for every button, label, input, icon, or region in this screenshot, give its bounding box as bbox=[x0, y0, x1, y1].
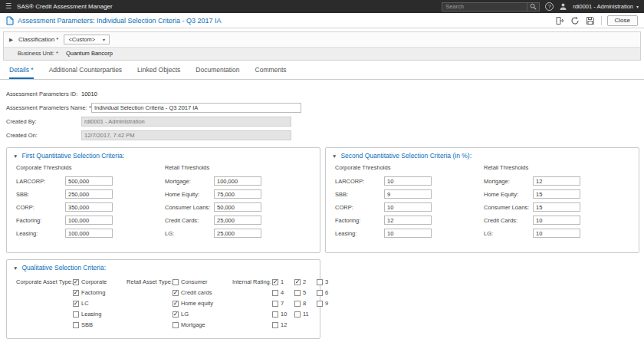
home-equity-percent-input[interactable] bbox=[533, 189, 580, 199]
leasing-threshold-input[interactable] bbox=[65, 229, 113, 238]
lg-percent-input[interactable] bbox=[533, 229, 580, 238]
user-icon[interactable] bbox=[559, 2, 567, 11]
checkbox-rating-10[interactable]: 10 bbox=[272, 311, 291, 318]
checkbox-leasing[interactable]: Leasing bbox=[73, 311, 127, 318]
larcorp-threshold-input[interactable] bbox=[65, 176, 113, 186]
form-row-id: Assessment Parameters ID: 10010 bbox=[6, 88, 639, 99]
top-application-bar: ☰ SAS® Credit Assessment Manager ? rdi00… bbox=[0, 0, 644, 13]
checkbox-rating-9[interactable]: 9 bbox=[317, 300, 336, 307]
classification-label: Classification * bbox=[18, 36, 58, 43]
retail-asset-type-label: Retail Asset Type: bbox=[127, 278, 172, 328]
checkbox-box[interactable] bbox=[272, 279, 278, 285]
checkbox-home-equity[interactable]: Home equity bbox=[172, 300, 232, 307]
credit-cards-percent-input[interactable] bbox=[533, 216, 580, 225]
checkbox-box[interactable] bbox=[172, 322, 179, 328]
checkbox-box[interactable] bbox=[317, 279, 323, 285]
checkbox-lc[interactable]: LC bbox=[73, 300, 127, 307]
checkbox-box[interactable] bbox=[272, 322, 278, 328]
leasing-label: Leasing: bbox=[335, 230, 384, 237]
sbb-threshold-input[interactable] bbox=[65, 189, 113, 199]
checkbox-box[interactable] bbox=[172, 279, 179, 285]
checkbox-label: 10 bbox=[281, 311, 287, 318]
mortgage-percent-input[interactable] bbox=[533, 176, 580, 186]
tab-additional-counterparties[interactable]: Additional Counterparties bbox=[49, 66, 122, 79]
search-input[interactable] bbox=[442, 2, 527, 12]
checkbox-box[interactable] bbox=[73, 311, 79, 318]
field-row: Mortgage: bbox=[165, 176, 314, 186]
checkbox-mortgage[interactable]: Mortgage bbox=[172, 321, 232, 328]
checkbox-rating-2[interactable]: 2 bbox=[294, 278, 314, 285]
qualitative-panel: ▼ Qualitative Selection Criteria: Corpor… bbox=[6, 259, 320, 339]
expand-icon[interactable]: ▶ bbox=[9, 37, 13, 43]
refresh-icon[interactable] bbox=[570, 15, 580, 25]
checkbox-sbb[interactable]: SBB bbox=[73, 321, 127, 328]
checkbox-lg[interactable]: LG bbox=[172, 311, 232, 318]
checkbox-box[interactable] bbox=[73, 279, 79, 285]
quantitative-panels-row: ▼ First Quantitative Selection Criteria:… bbox=[6, 147, 639, 253]
business-unit-label: Business Unit: * bbox=[18, 50, 58, 57]
export-icon[interactable] bbox=[555, 15, 565, 25]
checkbox-box[interactable] bbox=[294, 311, 301, 318]
tab-details[interactable]: Details * bbox=[9, 66, 34, 79]
factoring-percent-input[interactable] bbox=[384, 216, 432, 225]
checkbox-box[interactable] bbox=[272, 301, 278, 307]
checkbox-box[interactable] bbox=[317, 301, 323, 307]
leasing-percent-input[interactable] bbox=[384, 229, 432, 238]
checkbox-box[interactable] bbox=[73, 290, 79, 296]
checkbox-box[interactable] bbox=[73, 301, 79, 307]
checkbox-credit-cards[interactable]: Credit cards bbox=[172, 289, 232, 296]
search-icon[interactable] bbox=[527, 2, 540, 12]
consumer-loans-percent-input[interactable] bbox=[533, 202, 580, 212]
checkbox-box[interactable] bbox=[172, 290, 179, 296]
classification-panel: ▶ Classification * <Custom> ▾ Business U… bbox=[3, 31, 641, 61]
factoring-threshold-input[interactable] bbox=[65, 216, 113, 225]
collapse-icon[interactable]: ▼ bbox=[13, 265, 18, 271]
help-icon[interactable]: ? bbox=[545, 2, 554, 11]
tab-linked-objects[interactable]: Linked Objects bbox=[137, 66, 180, 79]
checkbox-rating-5[interactable]: 5 bbox=[294, 289, 314, 296]
credit-cards-threshold-input[interactable] bbox=[214, 216, 261, 225]
checkbox-rating-11[interactable]: 11 bbox=[294, 311, 314, 318]
close-button[interactable]: Close bbox=[607, 15, 638, 26]
hamburger-menu-icon[interactable]: ☰ bbox=[5, 3, 12, 10]
checkbox-rating-8[interactable]: 8 bbox=[294, 300, 314, 307]
corp-percent-input[interactable] bbox=[384, 202, 432, 212]
checkbox-rating-4[interactable]: 4 bbox=[272, 289, 291, 296]
checkbox-box[interactable] bbox=[272, 290, 278, 296]
checkbox-box[interactable] bbox=[294, 290, 301, 296]
checkbox-box[interactable] bbox=[317, 290, 323, 296]
assessment-name-input[interactable] bbox=[91, 103, 301, 113]
field-row: Factoring: bbox=[335, 216, 484, 225]
tab-comments[interactable]: Comments bbox=[255, 66, 287, 79]
checkbox-factoring[interactable]: Factoring bbox=[73, 289, 127, 296]
classification-dropdown[interactable]: <Custom> ▾ bbox=[64, 35, 110, 44]
consumer-loans-threshold-input[interactable] bbox=[214, 202, 261, 212]
larcorp-percent-input[interactable] bbox=[384, 176, 432, 186]
checkbox-rating-6[interactable]: 6 bbox=[317, 289, 336, 296]
checkbox-rating-7[interactable]: 7 bbox=[272, 300, 291, 307]
user-menu[interactable]: rdi0001 - Administration ▾ bbox=[573, 3, 639, 10]
checkbox-box[interactable] bbox=[73, 322, 79, 328]
first-quantitative-header: ▼ First Quantitative Selection Criteria: bbox=[7, 148, 320, 162]
rating-row: 10 11 bbox=[272, 311, 336, 318]
collapse-icon[interactable]: ▼ bbox=[332, 153, 337, 159]
checkbox-box[interactable] bbox=[294, 279, 301, 285]
checkbox-rating-1[interactable]: 1 bbox=[272, 278, 291, 285]
lg-threshold-input[interactable] bbox=[214, 229, 261, 238]
mortgage-threshold-input[interactable] bbox=[214, 176, 261, 186]
tab-documentation[interactable]: Documentation bbox=[196, 66, 239, 79]
checkbox-box[interactable] bbox=[172, 301, 179, 307]
sbb-percent-input[interactable] bbox=[384, 189, 432, 199]
checkbox-consumer[interactable]: Consumer bbox=[172, 278, 232, 285]
checkbox-box[interactable] bbox=[172, 311, 179, 318]
checkbox-box[interactable] bbox=[272, 311, 278, 318]
checkbox-rating-12[interactable]: 12 bbox=[272, 321, 291, 328]
mortgage-label: Mortgage: bbox=[165, 178, 214, 185]
home-equity-threshold-input[interactable] bbox=[214, 189, 261, 199]
checkbox-corporate[interactable]: Corporate bbox=[73, 278, 127, 285]
corp-threshold-input[interactable] bbox=[65, 202, 113, 212]
checkbox-rating-3[interactable]: 3 bbox=[317, 278, 336, 285]
collapse-icon[interactable]: ▼ bbox=[13, 153, 18, 159]
checkbox-box[interactable] bbox=[294, 301, 301, 307]
save-icon[interactable] bbox=[586, 15, 596, 25]
